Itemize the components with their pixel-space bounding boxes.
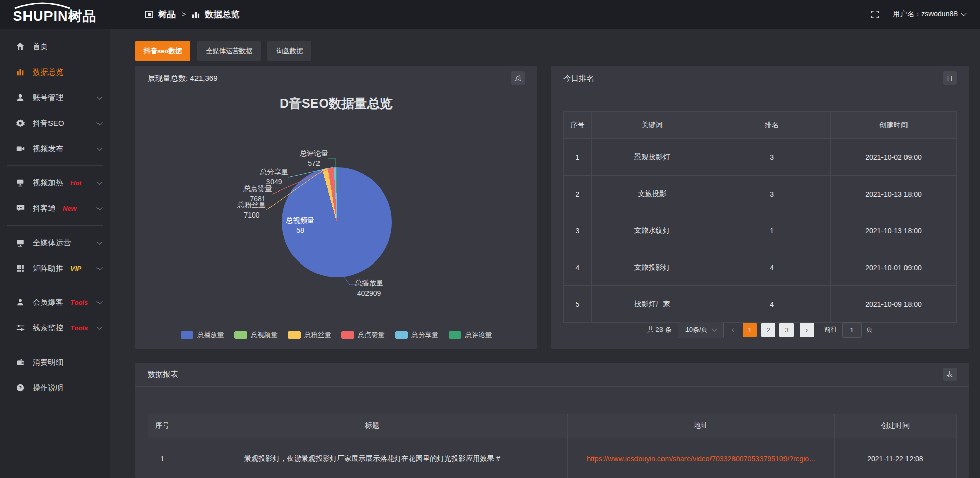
- menu-badge: New: [63, 205, 77, 212]
- table-cell: 1: [148, 438, 177, 478]
- video-link[interactable]: https://www.iesdouyin.com/share/video/70…: [586, 455, 815, 463]
- page-size-select[interactable]: 10条/页: [678, 322, 724, 338]
- sidebar-item-account-manage[interactable]: 账号管理: [0, 85, 110, 110]
- ranking-table: 序号关键词排名创建时间 1景观投影灯32021-10-02 09:002文旅投影…: [564, 111, 957, 323]
- chevron-down-icon: [96, 205, 102, 210]
- page-button-2[interactable]: 2: [761, 323, 775, 337]
- chevron-down-icon: [96, 299, 102, 304]
- next-page-button[interactable]: ›: [800, 323, 814, 337]
- pie-label-comments: 总评论量572: [300, 148, 328, 169]
- sidebar-item-operation-guide[interactable]: ?操作说明: [0, 375, 110, 400]
- breadcrumb-item-root[interactable]: 树品: [158, 9, 176, 20]
- tab-2[interactable]: 询盘数据: [267, 41, 311, 61]
- table-cell: 3: [564, 212, 592, 249]
- chevron-down-icon: [96, 179, 102, 185]
- sidebar-item-consume-detail[interactable]: 消费明细: [0, 349, 110, 375]
- sidebar-item-label: 视频加热: [33, 178, 63, 188]
- legend-item-4[interactable]: 总分享量: [395, 330, 438, 340]
- table-row: 2文旅投影32021-10-13 18:00: [564, 176, 957, 212]
- legend-label: 总评论量: [465, 330, 492, 340]
- sidebar-item-label: 消费明细: [33, 357, 63, 367]
- chevron-down-icon: [96, 145, 102, 151]
- gear-icon: [15, 118, 26, 128]
- legend-swatch: [181, 331, 193, 339]
- user-icon: [15, 92, 26, 103]
- sidebar-divider: [7, 225, 103, 226]
- legend-item-1[interactable]: 总视频量: [234, 330, 278, 340]
- table-row: 1景观投影灯，夜游景观投影灯厂家展示展示落花灯在花园里的灯光投影应用效果 #ht…: [148, 438, 957, 478]
- table-row: 1景观投影灯32021-10-02 09:00: [564, 139, 957, 176]
- legend-item-0[interactable]: 总播放量: [181, 330, 224, 340]
- sidebar-item-clue-monitor[interactable]: 线索监控Tools: [0, 315, 110, 341]
- home-icon: [15, 41, 26, 52]
- table-cell: 文旅投影: [591, 176, 713, 212]
- screen-icon: [15, 178, 26, 188]
- sidebar-item-member-baoke[interactable]: 会员爆客Tools: [0, 290, 110, 315]
- table-cell: 2021-10-01 09:00: [830, 249, 956, 286]
- table-row: 4文旅投影灯42021-10-01 09:00: [564, 249, 957, 286]
- sidebar-item-label: 会员爆客: [33, 298, 63, 307]
- day-toggle-button[interactable]: 日: [943, 71, 957, 85]
- sidebar-divider: [7, 285, 103, 285]
- sidebar-item-label: 抖音SEO: [33, 118, 64, 128]
- table-cell: 3: [713, 139, 831, 176]
- sidebar-divider: [7, 345, 103, 345]
- breadcrumb: 树品 > 数据总览: [145, 9, 239, 20]
- table-cell: 2021-10-02 09:00: [830, 139, 956, 176]
- legend-item-2[interactable]: 总粉丝量: [288, 330, 331, 340]
- fullscreen-icon[interactable]: [871, 10, 879, 19]
- app-logo: SHUPIN树品: [0, 3, 110, 26]
- sidebar-item-label: 全媒体运营: [33, 238, 71, 248]
- legend-swatch: [234, 331, 247, 339]
- goto-page-input[interactable]: [842, 322, 862, 338]
- table-toggle-button[interactable]: 表: [943, 368, 957, 381]
- legend-item-3[interactable]: 总点赞量: [341, 330, 385, 340]
- legend-label: 总分享量: [412, 330, 438, 340]
- page-button-3[interactable]: 3: [779, 323, 794, 337]
- ranking-panel: 今日排名 日 序号关键词排名创建时间 1景观投影灯32021-10-02 09:…: [551, 66, 969, 349]
- sidebar-item-douketong[interactable]: 抖客通New: [0, 196, 110, 221]
- table-cell: 1: [564, 139, 592, 176]
- sidebar-item-video-publish[interactable]: 视频发布: [0, 136, 110, 161]
- legend-swatch: [288, 331, 301, 339]
- table-cell: 1: [713, 212, 831, 249]
- sidebar-item-video-heat[interactable]: 视频加热Hot: [0, 170, 110, 196]
- sidebar-item-label: 操作说明: [33, 383, 63, 393]
- table-row: 5投影灯厂家42021-10-09 18:00: [564, 286, 957, 323]
- user-menu[interactable]: 用户名：zswodun88: [893, 10, 966, 19]
- legend-item-5[interactable]: 总评论量: [449, 330, 492, 340]
- legend-swatch: [395, 331, 408, 339]
- menu-badge: Hot: [70, 179, 82, 187]
- table-cell: 景观投影灯: [591, 139, 713, 176]
- column-header: 序号: [564, 112, 592, 139]
- breadcrumb-chart-icon: [192, 11, 200, 18]
- chevron-down-icon: [712, 327, 717, 332]
- table-cell: 2021-10-09 18:00: [830, 286, 956, 323]
- pie-chart: D音SEO数据量总览 总评论量572 总分享量3049 总点赞量7681 总粉丝…: [135, 66, 537, 349]
- sliders-icon: [15, 323, 26, 333]
- table-row: 3文旅水纹灯12021-10-13 18:00: [564, 212, 957, 249]
- chart-legend: 总播放量总视频量总粉丝量总点赞量总分享量总评论量: [135, 330, 537, 340]
- sidebar-item-all-media[interactable]: 全媒体运营: [0, 230, 110, 255]
- tab-1[interactable]: 全媒体运营数据: [197, 41, 261, 61]
- table-cell: 文旅水纹灯: [591, 212, 713, 249]
- report-panel: 数据报表 表 序号标题地址创建时间 1景观投影灯，夜游景观投影灯厂家展示展示落花…: [135, 363, 969, 478]
- svg-text:?: ?: [19, 385, 22, 390]
- page-button-1[interactable]: 1: [743, 323, 757, 337]
- sidebar-divider: [7, 165, 103, 166]
- prev-page-button[interactable]: ‹: [730, 325, 737, 334]
- sidebar-item-home[interactable]: 首页: [0, 34, 110, 59]
- ranking-panel-title: 今日排名: [564, 74, 594, 83]
- pie-label-fans: 总粉丝量7100: [237, 200, 266, 220]
- chart-title: D音SEO数据量总览: [135, 95, 537, 112]
- table-cell: 文旅投影灯: [591, 249, 713, 286]
- tab-0[interactable]: 抖音seo数据: [135, 41, 190, 61]
- sidebar-item-matrix-boost[interactable]: 矩阵助推VIP: [0, 255, 110, 281]
- legend-label: 总视频量: [251, 330, 278, 340]
- sidebar-item-data-overview[interactable]: 数据总览: [0, 59, 110, 85]
- breadcrumb-item-current: 数据总览: [205, 9, 239, 20]
- sidebar-item-douyin-seo[interactable]: 抖音SEO: [0, 110, 110, 136]
- legend-swatch: [341, 331, 354, 339]
- wallet-icon: [15, 357, 26, 367]
- legend-label: 总点赞量: [358, 330, 385, 340]
